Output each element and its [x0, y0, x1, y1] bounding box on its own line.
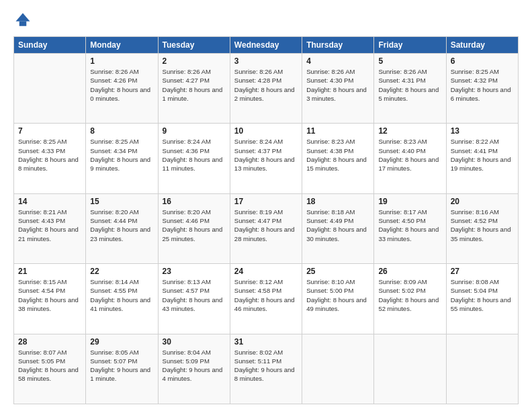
day-number: 7 — [18, 126, 81, 136]
calendar-cell — [14, 54, 86, 124]
cell-detail: Sunrise: 8:25 AMSunset: 4:33 PMDaylight:… — [18, 137, 81, 173]
day-number: 26 — [378, 267, 441, 276]
cell-detail: Sunrise: 8:13 AMSunset: 4:57 PMDaylight:… — [163, 277, 226, 313]
day-number: 16 — [163, 197, 226, 206]
cell-detail: Sunrise: 8:26 AMSunset: 4:26 PMDaylight:… — [90, 67, 153, 103]
calendar-cell: 11Sunrise: 8:23 AMSunset: 4:38 PMDayligh… — [302, 124, 374, 193]
cell-detail: Sunrise: 8:14 AMSunset: 4:55 PMDaylight:… — [90, 277, 153, 313]
cell-detail: Sunrise: 8:08 AMSunset: 5:04 PMDaylight:… — [451, 277, 514, 313]
cell-detail: Sunrise: 8:25 AMSunset: 4:32 PMDaylight:… — [451, 67, 514, 103]
day-number: 1 — [90, 56, 153, 66]
day-number: 29 — [90, 337, 153, 347]
cell-detail: Sunrise: 8:26 AMSunset: 4:30 PMDaylight:… — [306, 67, 369, 103]
day-number: 10 — [234, 126, 298, 136]
calendar-cell: 13Sunrise: 8:22 AMSunset: 4:41 PMDayligh… — [446, 124, 518, 193]
day-number: 30 — [163, 337, 226, 347]
calendar-table: SundayMondayTuesdayWednesdayThursdayFrid… — [13, 36, 519, 404]
day-number: 24 — [234, 267, 298, 276]
cell-detail: Sunrise: 8:20 AMSunset: 4:44 PMDaylight:… — [90, 208, 153, 243]
cell-detail: Sunrise: 8:05 AMSunset: 5:07 PMDaylight:… — [90, 348, 153, 383]
day-number: 15 — [90, 197, 153, 206]
svg-rect-1 — [19, 21, 27, 26]
logo — [13, 11, 35, 30]
calendar-cell: 9Sunrise: 8:24 AMSunset: 4:36 PMDaylight… — [158, 124, 230, 193]
calendar-cell — [374, 334, 446, 404]
calendar-cell: 23Sunrise: 8:13 AMSunset: 4:57 PMDayligh… — [158, 264, 230, 334]
day-number: 31 — [234, 337, 298, 347]
cell-detail: Sunrise: 8:07 AMSunset: 5:05 PMDaylight:… — [18, 348, 81, 383]
calendar-cell — [302, 334, 374, 404]
day-number: 5 — [378, 56, 441, 66]
calendar-cell: 12Sunrise: 8:23 AMSunset: 4:40 PMDayligh… — [374, 124, 446, 193]
weekday-header-row: SundayMondayTuesdayWednesdayThursdayFrid… — [14, 37, 519, 54]
weekday-header-tuesday: Tuesday — [158, 37, 230, 54]
cell-detail: Sunrise: 8:20 AMSunset: 4:46 PMDaylight:… — [163, 208, 226, 243]
calendar-cell: 10Sunrise: 8:24 AMSunset: 4:37 PMDayligh… — [230, 124, 302, 193]
calendar-cell: 7Sunrise: 8:25 AMSunset: 4:33 PMDaylight… — [14, 124, 86, 193]
calendar-cell: 4Sunrise: 8:26 AMSunset: 4:30 PMDaylight… — [302, 54, 374, 124]
day-number: 23 — [163, 267, 226, 276]
calendar-cell: 6Sunrise: 8:25 AMSunset: 4:32 PMDaylight… — [446, 54, 518, 124]
week-row-3: 21Sunrise: 8:15 AMSunset: 4:54 PMDayligh… — [14, 264, 519, 334]
cell-detail: Sunrise: 8:24 AMSunset: 4:37 PMDaylight:… — [234, 137, 298, 173]
cell-detail: Sunrise: 8:21 AMSunset: 4:43 PMDaylight:… — [18, 208, 81, 243]
svg-marker-0 — [16, 13, 30, 21]
calendar-cell: 31Sunrise: 8:02 AMSunset: 5:11 PMDayligh… — [230, 334, 302, 404]
weekday-header-monday: Monday — [86, 37, 158, 54]
calendar-cell: 25Sunrise: 8:10 AMSunset: 5:00 PMDayligh… — [302, 264, 374, 334]
day-number: 8 — [90, 126, 153, 136]
day-number: 12 — [378, 126, 441, 136]
cell-detail: Sunrise: 8:26 AMSunset: 4:27 PMDaylight:… — [163, 67, 226, 103]
day-number: 25 — [306, 267, 369, 276]
cell-detail: Sunrise: 8:26 AMSunset: 4:28 PMDaylight:… — [234, 67, 298, 103]
cell-detail: Sunrise: 8:10 AMSunset: 5:00 PMDaylight:… — [306, 277, 369, 313]
calendar-cell — [446, 334, 518, 404]
week-row-0: 1Sunrise: 8:26 AMSunset: 4:26 PMDaylight… — [14, 54, 519, 124]
calendar-cell: 21Sunrise: 8:15 AMSunset: 4:54 PMDayligh… — [14, 264, 86, 334]
day-number: 28 — [18, 337, 81, 347]
calendar-cell: 24Sunrise: 8:12 AMSunset: 4:58 PMDayligh… — [230, 264, 302, 334]
calendar-cell: 15Sunrise: 8:20 AMSunset: 4:44 PMDayligh… — [86, 193, 158, 263]
cell-detail: Sunrise: 8:19 AMSunset: 4:47 PMDaylight:… — [234, 208, 298, 243]
day-number: 11 — [306, 126, 369, 136]
weekday-header-sunday: Sunday — [14, 37, 86, 54]
logo-icon — [13, 11, 32, 30]
day-number: 2 — [163, 56, 226, 66]
day-number: 27 — [451, 267, 514, 276]
calendar-cell: 28Sunrise: 8:07 AMSunset: 5:05 PMDayligh… — [14, 334, 86, 404]
week-row-2: 14Sunrise: 8:21 AMSunset: 4:43 PMDayligh… — [14, 193, 519, 263]
cell-detail: Sunrise: 8:16 AMSunset: 4:52 PMDaylight:… — [451, 208, 514, 243]
cell-detail: Sunrise: 8:15 AMSunset: 4:54 PMDaylight:… — [18, 277, 81, 313]
calendar-cell: 16Sunrise: 8:20 AMSunset: 4:46 PMDayligh… — [158, 193, 230, 263]
cell-detail: Sunrise: 8:26 AMSunset: 4:31 PMDaylight:… — [378, 67, 441, 103]
calendar-cell: 30Sunrise: 8:04 AMSunset: 5:09 PMDayligh… — [158, 334, 230, 404]
cell-detail: Sunrise: 8:22 AMSunset: 4:41 PMDaylight:… — [451, 137, 514, 173]
calendar-cell: 1Sunrise: 8:26 AMSunset: 4:26 PMDaylight… — [86, 54, 158, 124]
calendar-cell: 29Sunrise: 8:05 AMSunset: 5:07 PMDayligh… — [86, 334, 158, 404]
cell-detail: Sunrise: 8:23 AMSunset: 4:40 PMDaylight:… — [378, 137, 441, 173]
calendar-cell: 22Sunrise: 8:14 AMSunset: 4:55 PMDayligh… — [86, 264, 158, 334]
cell-detail: Sunrise: 8:24 AMSunset: 4:36 PMDaylight:… — [163, 137, 226, 173]
day-number: 14 — [18, 197, 81, 206]
week-row-4: 28Sunrise: 8:07 AMSunset: 5:05 PMDayligh… — [14, 334, 519, 404]
calendar-cell: 14Sunrise: 8:21 AMSunset: 4:43 PMDayligh… — [14, 193, 86, 263]
day-number: 20 — [451, 197, 514, 206]
day-number: 3 — [234, 56, 298, 66]
calendar-cell: 26Sunrise: 8:09 AMSunset: 5:02 PMDayligh… — [374, 264, 446, 334]
header — [13, 11, 519, 30]
weekday-header-friday: Friday — [374, 37, 446, 54]
cell-detail: Sunrise: 8:02 AMSunset: 5:11 PMDaylight:… — [234, 348, 298, 383]
day-number: 21 — [18, 267, 81, 276]
calendar-cell: 17Sunrise: 8:19 AMSunset: 4:47 PMDayligh… — [230, 193, 302, 263]
calendar-cell: 18Sunrise: 8:18 AMSunset: 4:49 PMDayligh… — [302, 193, 374, 263]
calendar-cell: 20Sunrise: 8:16 AMSunset: 4:52 PMDayligh… — [446, 193, 518, 263]
page: SundayMondayTuesdayWednesdayThursdayFrid… — [0, 0, 532, 411]
calendar-cell: 2Sunrise: 8:26 AMSunset: 4:27 PMDaylight… — [158, 54, 230, 124]
weekday-header-wednesday: Wednesday — [230, 37, 302, 54]
cell-detail: Sunrise: 8:09 AMSunset: 5:02 PMDaylight:… — [378, 277, 441, 313]
cell-detail: Sunrise: 8:25 AMSunset: 4:34 PMDaylight:… — [90, 137, 153, 173]
calendar-cell: 3Sunrise: 8:26 AMSunset: 4:28 PMDaylight… — [230, 54, 302, 124]
calendar-cell: 8Sunrise: 8:25 AMSunset: 4:34 PMDaylight… — [86, 124, 158, 193]
day-number: 4 — [306, 56, 369, 66]
cell-detail: Sunrise: 8:18 AMSunset: 4:49 PMDaylight:… — [306, 208, 369, 243]
